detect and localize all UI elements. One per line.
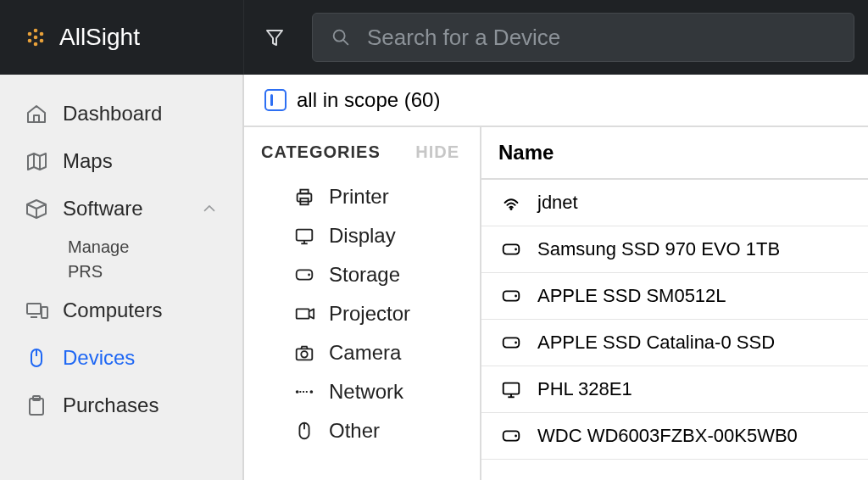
category-label: Camera (329, 341, 401, 365)
sidebar-item-dashboard[interactable]: Dashboard (0, 90, 242, 137)
content: all in scope (60) CATEGORIES HIDE Printe… (244, 75, 868, 480)
mouse-icon (292, 420, 317, 442)
device-name: Samsung SSD 970 EVO 1TB (537, 238, 780, 260)
device-name: jdnet (537, 192, 578, 214)
sidebar-item-purchases[interactable]: Purchases (0, 382, 242, 429)
category-other[interactable]: Other (261, 411, 480, 450)
device-name: WDC WD6003FZBX-00K5WB0 (537, 425, 798, 447)
sidebar-subitem-label: PRS (68, 262, 103, 281)
device-name: PHL 328E1 (537, 378, 632, 400)
device-list: Name jdnet Samsung SSD 970 EVO 1TB APPLE… (481, 127, 868, 480)
device-row[interactable]: APPLE SSD Catalina-0 SSD (481, 320, 868, 366)
category-label: Projector (329, 302, 410, 326)
computers-icon (24, 299, 49, 322)
display-icon (292, 225, 317, 247)
sidebar-item-label: Devices (63, 346, 135, 370)
storage-icon (498, 332, 524, 354)
camera-icon (292, 342, 317, 364)
storage-icon (498, 425, 524, 447)
category-label: Display (329, 224, 396, 248)
sidebar-subitem-prs[interactable]: PRS (0, 262, 242, 282)
mouse-icon (24, 346, 49, 370)
wifi-icon (498, 192, 524, 214)
categories-panel: CATEGORIES HIDE Printer Display Storage (244, 127, 481, 480)
sidebar-item-maps[interactable]: Maps (0, 137, 242, 185)
filter-button[interactable] (244, 0, 305, 75)
sidebar-item-label: Maps (63, 149, 113, 173)
brand-name: AllSight (59, 24, 140, 51)
device-row[interactable]: APPLE SSD SM0512L (481, 273, 868, 320)
home-icon (24, 102, 49, 126)
category-label: Storage (329, 263, 400, 287)
category-label: Network (329, 380, 403, 404)
category-label: Printer (329, 185, 389, 209)
device-row[interactable]: PHL 328E1 (481, 366, 868, 413)
chevron-up-icon (200, 199, 219, 218)
sidebar-item-devices[interactable]: Devices (0, 334, 242, 382)
search-box[interactable] (312, 13, 854, 62)
brand[interactable]: AllSight (0, 0, 244, 75)
sidebar-item-label: Computers (63, 299, 162, 322)
scope-bar: all in scope (60) (244, 75, 868, 127)
categories-title: CATEGORIES (261, 142, 381, 162)
printer-icon (292, 186, 317, 208)
device-row[interactable]: jdnet (481, 180, 868, 226)
sidebar-item-software[interactable]: Software (0, 185, 242, 232)
category-printer[interactable]: Printer (261, 177, 480, 216)
device-list-header[interactable]: Name (481, 127, 868, 180)
category-network[interactable]: Network (261, 372, 480, 411)
brand-logo-icon (24, 25, 47, 49)
category-storage[interactable]: Storage (261, 255, 480, 294)
device-row[interactable]: WDC WD6003FZBX-00K5WB0 (481, 413, 868, 460)
scope-label: all in scope (60) (297, 88, 440, 112)
storage-icon (292, 264, 317, 286)
sidebar: Dashboard Maps Software Manage PRS (0, 75, 244, 480)
filter-icon (263, 25, 287, 49)
clipboard-icon (24, 393, 49, 417)
sidebar-item-computers[interactable]: Computers (0, 287, 242, 334)
sidebar-subitem-manage[interactable]: Manage (0, 237, 242, 257)
storage-icon (498, 285, 524, 307)
sidebar-subitem-label: Manage (68, 237, 129, 256)
network-icon (292, 381, 317, 403)
device-row[interactable]: Samsung SSD 970 EVO 1TB (481, 226, 868, 273)
category-label: Other (329, 419, 380, 443)
categories-hide-button[interactable]: HIDE (415, 142, 459, 162)
search-input[interactable] (367, 25, 837, 51)
device-name: APPLE SSD Catalina-0 SSD (537, 332, 775, 354)
box-icon (24, 197, 49, 220)
projector-icon (292, 303, 317, 325)
device-name: APPLE SSD SM0512L (537, 285, 726, 307)
search-icon (330, 26, 352, 48)
category-camera[interactable]: Camera (261, 333, 480, 372)
scope-icon[interactable] (264, 89, 287, 111)
sidebar-item-label: Purchases (63, 393, 159, 417)
display-icon (498, 378, 524, 400)
category-display[interactable]: Display (261, 216, 480, 255)
storage-icon (498, 238, 524, 260)
sidebar-item-label: Software (63, 197, 143, 220)
topbar: AllSight (0, 0, 868, 75)
map-icon (24, 149, 49, 173)
sidebar-item-label: Dashboard (63, 102, 162, 126)
category-projector[interactable]: Projector (261, 294, 480, 333)
